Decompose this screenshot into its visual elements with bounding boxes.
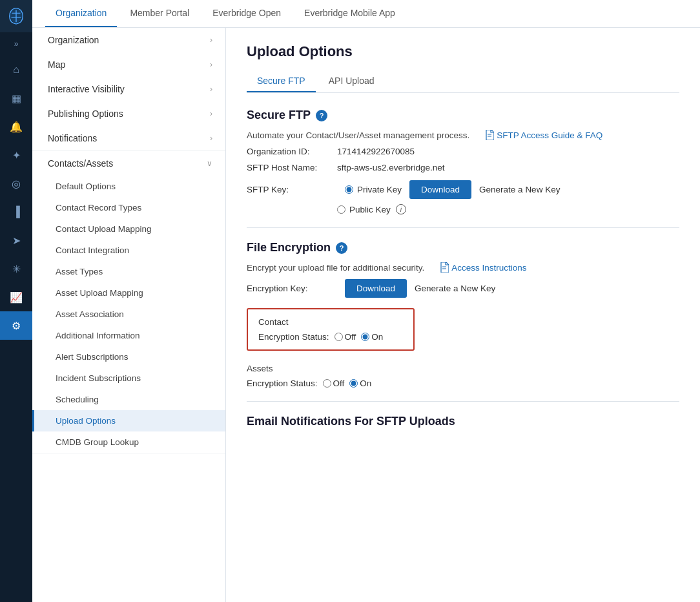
sidebar-label-organization: Organization <box>48 35 99 45</box>
home-nav-item[interactable]: ⌂ <box>0 56 32 84</box>
sidebar-item-incident-subscriptions[interactable]: Incident Subscriptions <box>32 368 225 389</box>
sidebar-item-contact-record-types[interactable]: Contact Record Types <box>32 197 225 218</box>
file-encryption-description-row: Encrypt your upload file for additional … <box>247 262 679 273</box>
sidebar-label-map: Map <box>48 59 65 70</box>
contact-box-title: Contact <box>258 317 403 327</box>
assets-encryption-section: Assets Encryption Status: Off On <box>247 364 679 388</box>
private-key-label[interactable]: Private Key <box>357 185 402 194</box>
sidebar-item-contact-upload-mapping[interactable]: Contact Upload Mapping <box>32 218 225 240</box>
org-id-label: Organization ID: <box>247 147 337 156</box>
sftp-key-section: SFTP Key: Private Key Download Generate … <box>247 180 679 214</box>
sidebar-item-additional-information[interactable]: Additional Information <box>32 325 225 346</box>
encryption-key-row: Encryption Key: Download Generate a New … <box>247 279 679 298</box>
location-nav-item[interactable]: ◎ <box>0 169 32 198</box>
access-instructions-doc-icon <box>440 262 449 273</box>
sftp-description-row: Automate your Contact/User/Asset managem… <box>247 130 679 140</box>
private-key-radio-group: Private Key <box>345 185 402 194</box>
chart-nav-item[interactable]: 📈 <box>0 283 32 311</box>
chevron-organization: › <box>210 36 212 45</box>
tab-organization[interactable]: Organization <box>45 0 117 27</box>
sidebar-item-cmdb-group-lookup[interactable]: CMDB Group Lookup <box>32 431 225 453</box>
contact-enc-off-label[interactable]: Off <box>335 332 356 342</box>
sidebar-item-asset-association[interactable]: Asset Association <box>32 304 225 325</box>
sidebar-item-default-options[interactable]: Default Options <box>32 176 225 197</box>
assets-enc-status-label: Encryption Status: <box>247 379 318 388</box>
reports-nav-item[interactable]: ▐ <box>0 198 32 226</box>
assets-enc-on-radio[interactable] <box>349 379 358 388</box>
sftp-description: Automate your Contact/User/Asset managem… <box>247 130 469 140</box>
contact-enc-status-label: Encryption Status: <box>258 332 329 342</box>
alerts-nav-item[interactable]: 🔔 <box>0 112 32 141</box>
file-encryption-title: File Encryption ? <box>247 241 679 254</box>
file-encryption-help-icon[interactable]: ? <box>336 242 347 254</box>
sftp-guide-link[interactable]: SFTP Access Guide & FAQ <box>485 130 602 140</box>
sidebar-item-scheduling[interactable]: Scheduling <box>32 389 225 410</box>
dashboard-nav-item[interactable]: ▦ <box>0 84 32 112</box>
host-name-label: SFTP Host Name: <box>247 163 337 172</box>
assets-encryption-status-row: Encryption Status: Off On <box>247 379 679 388</box>
integrations-nav-item[interactable]: ✳ <box>0 254 32 283</box>
app-logo <box>0 0 32 32</box>
public-key-radio-group: Public Key i <box>337 204 679 214</box>
main-content: Upload Options Secure FTP API Upload Sec… <box>226 28 700 602</box>
sidebar-item-notifications[interactable]: Notifications › <box>32 126 225 150</box>
sidebar-item-asset-types[interactable]: Asset Types <box>32 261 225 282</box>
sidebar-section-top: Organization › Map › Interactive Visibil… <box>32 28 225 151</box>
section-divider-2 <box>247 401 679 402</box>
assets-title: Assets <box>247 364 679 373</box>
tab-member-portal[interactable]: Member Portal <box>119 0 200 27</box>
nav-toggle[interactable]: » <box>0 32 32 56</box>
chevron-publishing-options: › <box>210 109 212 118</box>
icon-navigation: » ⌂ ▦ 🔔 ✦ ◎ ▐ ➤ ✳ 📈 ⚙ <box>0 0 32 602</box>
sidebar-label-interactive-visibility: Interactive Visibility <box>48 84 125 94</box>
sidebar-item-publishing-options[interactable]: Publishing Options › <box>32 101 225 126</box>
sftp-generate-key-button[interactable]: Generate a New Key <box>479 185 560 194</box>
tab-everbridge-open[interactable]: Everbridge Open <box>202 0 291 27</box>
secure-ftp-help-icon[interactable]: ? <box>316 110 327 121</box>
sidebar: Organization › Map › Interactive Visibil… <box>32 28 226 602</box>
sidebar-item-alert-subscriptions[interactable]: Alert Subscriptions <box>32 346 225 368</box>
public-key-radio[interactable] <box>337 205 345 214</box>
sidebar-item-asset-upload-mapping[interactable]: Asset Upload Mapping <box>32 282 225 304</box>
public-key-info-icon[interactable]: i <box>396 204 406 214</box>
sidebar-label-publishing-options: Publishing Options <box>48 109 123 119</box>
inner-tab-bar: Secure FTP API Upload <box>247 70 679 93</box>
sidebar-item-map[interactable]: Map › <box>32 52 225 77</box>
assets-enc-on-label[interactable]: On <box>349 379 371 388</box>
sftp-key-row: SFTP Key: Private Key Download Generate … <box>247 180 679 199</box>
sidebar-label-notifications: Notifications <box>48 133 97 143</box>
assets-enc-off-label[interactable]: Off <box>323 379 345 388</box>
access-instructions-link[interactable]: Access Instructions <box>440 262 526 273</box>
inner-tab-api-upload[interactable]: API Upload <box>318 70 385 92</box>
main-container: Organization Member Portal Everbridge Op… <box>32 0 700 602</box>
chevron-map: › <box>210 60 212 69</box>
sftp-key-label: SFTP Key: <box>247 185 337 194</box>
contact-enc-off-radio[interactable] <box>335 333 343 341</box>
network-nav-item[interactable]: ✦ <box>0 141 32 169</box>
sidebar-item-upload-options[interactable]: Upload Options <box>32 410 225 431</box>
contact-enc-on-radio[interactable] <box>361 333 369 341</box>
encryption-download-button[interactable]: Download <box>345 279 407 298</box>
content-area: Organization › Map › Interactive Visibil… <box>32 28 700 602</box>
settings-nav-item[interactable]: ⚙ <box>0 311 32 340</box>
sidebar-item-interactive-visibility[interactable]: Interactive Visibility › <box>32 77 225 101</box>
sftp-download-button[interactable]: Download <box>409 180 471 199</box>
org-id-row: Organization ID: 1714142922670085 <box>247 147 679 156</box>
sidebar-label-contacts-assets: Contacts/Assets <box>48 158 113 169</box>
doc-icon <box>485 130 494 140</box>
send-nav-item[interactable]: ➤ <box>0 226 32 254</box>
contact-encryption-box: Contact Encryption Status: Off On <box>247 308 415 351</box>
assets-enc-off-radio[interactable] <box>323 379 331 388</box>
sidebar-item-organization[interactable]: Organization › <box>32 28 225 52</box>
host-name-value: sftp-aws-us2.everbridge.net <box>337 163 445 172</box>
inner-tab-secure-ftp[interactable]: Secure FTP <box>247 70 316 92</box>
encryption-generate-key-button[interactable]: Generate a New Key <box>415 284 495 293</box>
sidebar-item-contact-integration[interactable]: Contact Integration <box>32 240 225 261</box>
secure-ftp-title: Secure FTP ? <box>247 109 679 122</box>
public-key-label[interactable]: Public Key <box>349 205 391 214</box>
private-key-radio[interactable] <box>345 185 353 194</box>
contact-enc-on-label[interactable]: On <box>361 332 383 342</box>
page-title: Upload Options <box>247 43 679 60</box>
sidebar-item-contacts-assets[interactable]: Contacts/Assets ∨ <box>32 151 225 176</box>
tab-everbridge-mobile[interactable]: Everbridge Mobile App <box>294 0 406 27</box>
